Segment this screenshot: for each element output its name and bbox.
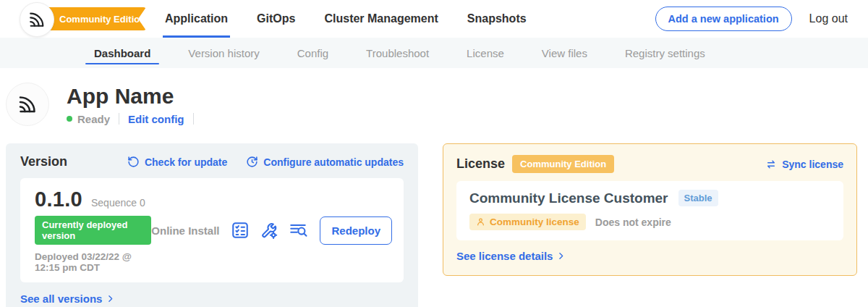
nav-item-application[interactable]: Application bbox=[165, 0, 228, 38]
see-all-versions-label: See all versions bbox=[20, 293, 102, 305]
app-status-row: Ready Edit config bbox=[67, 113, 194, 125]
app-sub-navbar: Dashboard Version history Config Trouble… bbox=[0, 38, 868, 68]
subnav-item-view-files[interactable]: View files bbox=[523, 38, 606, 68]
subnav-item-version-history[interactable]: Version history bbox=[169, 38, 278, 68]
channel-badge: Stable bbox=[678, 190, 718, 206]
sync-license-link[interactable]: Sync license bbox=[765, 159, 843, 170]
person-icon bbox=[476, 217, 485, 227]
subnav-item-troubleshoot-label: Troubleshoot bbox=[366, 47, 429, 59]
subnav-item-version-history-label: Version history bbox=[188, 47, 259, 59]
sequence-label: Sequence 0 bbox=[91, 197, 145, 209]
status-dot-icon bbox=[67, 116, 72, 122]
deploy-logs-icon[interactable] bbox=[289, 221, 307, 240]
preflight-checks-icon[interactable] bbox=[231, 221, 250, 240]
version-card-head: Version Check for update bbox=[20, 154, 404, 169]
subnav-item-dashboard[interactable]: Dashboard bbox=[75, 38, 169, 68]
subnav-item-dashboard-label: Dashboard bbox=[94, 47, 150, 59]
top-nav-right: Add a new application Log out bbox=[655, 7, 848, 31]
subnav-item-registry-settings[interactable]: Registry settings bbox=[606, 38, 724, 68]
currently-deployed-badge: Currently deployed version bbox=[35, 216, 151, 245]
nav-item-gitops[interactable]: GitOps bbox=[257, 0, 295, 38]
page-title: App Name bbox=[67, 84, 194, 108]
refresh-icon bbox=[127, 156, 140, 168]
license-card-title: License bbox=[456, 156, 505, 172]
app-header-text: App Name Ready Edit config bbox=[67, 84, 194, 125]
see-all-versions-link[interactable]: See all versions bbox=[20, 293, 115, 305]
divider bbox=[119, 113, 119, 125]
status-text: Ready bbox=[77, 113, 110, 125]
nav-item-application-label: Application bbox=[165, 12, 228, 25]
customer-name: Community License Customer bbox=[469, 190, 668, 206]
nav-item-cluster-management[interactable]: Cluster Management bbox=[324, 0, 438, 38]
nav-item-snapshots[interactable]: Snapshots bbox=[467, 0, 527, 38]
version-number: 0.1.0 bbox=[35, 188, 82, 211]
subnav-item-config[interactable]: Config bbox=[278, 38, 347, 68]
check-for-update-label: Check for update bbox=[145, 156, 227, 168]
version-card: Version Check for update bbox=[6, 143, 418, 307]
community-edition-ribbon-label: Community Edition bbox=[59, 14, 145, 25]
current-version-panel: 0.1.0 Sequence 0 Currently deployed vers… bbox=[20, 178, 404, 282]
subnav-item-troubleshoot[interactable]: Troubleshoot bbox=[347, 38, 448, 68]
redeploy-button[interactable]: Redeploy bbox=[320, 216, 392, 245]
app-status: Ready bbox=[67, 113, 110, 125]
check-for-update-link[interactable]: Check for update bbox=[127, 156, 227, 168]
edit-config-link[interactable]: Edit config bbox=[128, 113, 184, 125]
license-card-actions: Sync license bbox=[765, 159, 843, 170]
app-logo[interactable] bbox=[20, 2, 54, 37]
subnav-item-registry-settings-label: Registry settings bbox=[625, 47, 705, 59]
community-edition-badge: Community Edition bbox=[512, 155, 614, 173]
customer-row: Community License Customer Stable bbox=[469, 190, 830, 206]
license-card: License Community Edition Sync license C… bbox=[443, 143, 857, 276]
license-meta-row: Community license Does not expire bbox=[469, 214, 830, 230]
brand-area: Community Edition bbox=[0, 0, 153, 38]
configure-automatic-updates-label: Configure automatic updates bbox=[263, 156, 404, 168]
dashboard-cards: Version Check for update bbox=[6, 143, 857, 307]
license-details-panel: Community License Customer Stable Commun… bbox=[456, 181, 843, 240]
chevron-right-icon bbox=[556, 251, 566, 261]
config-wrench-icon[interactable] bbox=[260, 221, 278, 240]
install-type-label: Online Install bbox=[151, 224, 219, 237]
see-license-details-link[interactable]: See license details bbox=[456, 250, 566, 262]
top-navbar: Community Edition Application GitOps Clu… bbox=[0, 0, 868, 38]
app-avatar bbox=[6, 83, 49, 126]
replicated-logo-icon bbox=[16, 93, 39, 116]
sync-arrows-icon bbox=[765, 159, 777, 170]
add-application-button[interactable]: Add a new application bbox=[655, 7, 792, 31]
version-card-actions: Check for update Configure automatic upd… bbox=[127, 156, 404, 168]
chevron-right-icon bbox=[106, 294, 115, 303]
version-actions: Online Install bbox=[151, 216, 392, 245]
version-card-title: Version bbox=[20, 154, 67, 169]
logout-link[interactable]: Log out bbox=[809, 12, 848, 25]
auto-update-clock-icon bbox=[246, 156, 258, 168]
nav-item-snapshots-label: Snapshots bbox=[467, 12, 527, 25]
expiration-text: Does not expire bbox=[595, 216, 671, 228]
nav-item-cluster-management-label: Cluster Management bbox=[324, 12, 438, 25]
configure-automatic-updates-link[interactable]: Configure automatic updates bbox=[246, 156, 404, 168]
see-license-details-label: See license details bbox=[456, 250, 553, 262]
subnav-item-config-label: Config bbox=[297, 47, 328, 59]
nav-item-gitops-label: GitOps bbox=[257, 12, 295, 25]
replicated-logo-icon bbox=[27, 9, 47, 30]
divider bbox=[193, 113, 194, 125]
subnav-item-view-files-label: View files bbox=[542, 47, 587, 59]
sync-license-label: Sync license bbox=[782, 159, 843, 170]
subnav-item-license-label: License bbox=[467, 47, 504, 59]
top-nav-items: Application GitOps Cluster Management Sn… bbox=[165, 0, 527, 38]
app-header: App Name Ready Edit config bbox=[6, 83, 868, 126]
current-version-info: 0.1.0 Sequence 0 Currently deployed vers… bbox=[35, 188, 151, 273]
deployed-timestamp: Deployed 03/22/22 @ 12:15 pm CDT bbox=[35, 251, 151, 273]
subnav-item-license[interactable]: License bbox=[448, 38, 523, 68]
license-card-head: License Community Edition Sync license bbox=[456, 155, 843, 173]
version-number-row: 0.1.0 Sequence 0 bbox=[35, 188, 151, 211]
license-type-label: Community license bbox=[490, 216, 579, 227]
license-type-badge: Community license bbox=[469, 214, 586, 230]
